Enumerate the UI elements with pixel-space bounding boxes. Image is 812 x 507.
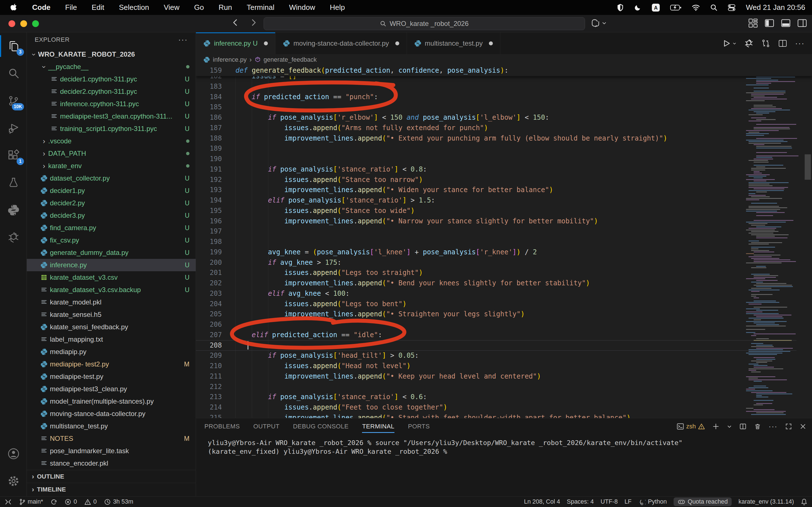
status-item-0[interactable]: 0	[84, 498, 97, 505]
extensions-view-button[interactable]: 1	[0, 142, 27, 169]
panel-tab-ports[interactable]: PORTS	[408, 418, 430, 435]
code-line-203[interactable]: 203 elif avg_knee < 100:	[196, 288, 812, 299]
menu-item-file[interactable]: File	[65, 3, 77, 12]
run-debug-view-button[interactable]	[0, 114, 27, 142]
status-item-3h-53m[interactable]: 3h 53m	[104, 498, 133, 505]
status-item-sync-icon[interactable]	[50, 499, 57, 505]
code-line-197[interactable]: 197	[196, 226, 812, 237]
menu-clock[interactable]: Wed 21 Jan 20:56	[746, 3, 805, 12]
tree-row-generate-dummy-data-py[interactable]: generate_dummy_data.pyU	[27, 246, 196, 259]
openai-codex-button[interactable]	[744, 39, 753, 48]
control-center-icon[interactable]	[728, 4, 735, 11]
apple-icon[interactable]	[10, 3, 17, 12]
code-line-192[interactable]: 192 issues.append("Stance too narrow")	[196, 175, 812, 185]
status-item-quota-reached[interactable]: Quota reached	[673, 497, 732, 506]
tree-row-moving-stance-data-collector-py[interactable]: moving-stance-data-collector.py	[27, 407, 196, 420]
chatgpt-view-button[interactable]	[0, 224, 27, 251]
panel-more-actions-icon[interactable]: ···	[769, 422, 777, 431]
compare-changes-icon[interactable]	[761, 39, 770, 48]
spotlight-search-icon[interactable]	[710, 4, 718, 11]
code-line-212[interactable]: 212	[196, 382, 812, 392]
code-line-191[interactable]: 191 if pose_analysis['stance_ratio'] < 0…	[196, 164, 812, 175]
menu-item-terminal[interactable]: Terminal	[247, 3, 274, 12]
menu-item-run[interactable]: Run	[218, 3, 232, 12]
tree-row-karate-env[interactable]: ›karate_env	[27, 160, 196, 172]
command-center-search[interactable]: WRO_karate _robot_2026	[264, 17, 585, 30]
code-line-209[interactable]: 209 if pose_analysis['head_tilt'] > 0.05…	[196, 350, 812, 361]
tree-row-decider1-py[interactable]: decider1.pyU	[27, 184, 196, 197]
tree-row-find-camera-py[interactable]: find_camera.pyU	[27, 222, 196, 234]
code-line-201[interactable]: 201 issues.append("Legs too straight")	[196, 268, 812, 278]
outline-section-header[interactable]: › OUTLINE	[27, 470, 196, 483]
menu-item-help[interactable]: Help	[330, 3, 345, 12]
tree-row-karate-dataset-v3-csv-backup[interactable]: karate_dataset_v3.csv.backupU	[27, 284, 196, 296]
do-not-disturb-moon-icon[interactable]	[634, 4, 642, 11]
terminal-output[interactable]: yliu3y@Ybros-Air WRO_karate _robot_2026 …	[208, 439, 682, 456]
code-line-198[interactable]: 198	[196, 237, 812, 247]
code-line-202[interactable]: 202 improvement_lines.append("• Bend you…	[196, 278, 812, 288]
maximize-panel-icon[interactable]	[785, 423, 792, 430]
copilot-menu-button[interactable]	[591, 19, 606, 27]
tree-row-decider3-py[interactable]: decider3.pyU	[27, 209, 196, 222]
customize-layout-icon[interactable]	[748, 18, 758, 28]
tree-row-multistance-test-py[interactable]: multistance_test.py	[27, 420, 196, 432]
code-line-205[interactable]: 205 improvement_lines.append("• Straight…	[196, 309, 812, 320]
explorer-more-actions-icon[interactable]: ···	[178, 35, 188, 44]
panel-tab-output[interactable]: OUTPUT	[253, 418, 280, 435]
code-line-186[interactable]: 186 if pose_analysis['r_elbow'] < 150 an…	[196, 112, 812, 123]
tree-row-mediapip-py[interactable]: mediapip.py	[27, 346, 196, 358]
code-line-200[interactable]: 200 if avg_knee > 175:	[196, 258, 812, 268]
code-line-185[interactable]: 185	[196, 102, 812, 112]
code-line-193[interactable]: 193 improvement_lines.append("• Widen yo…	[196, 185, 812, 195]
tree-row-fix-csv-py[interactable]: fix_csv.pyU	[27, 234, 196, 246]
toggle-panel-icon[interactable]	[781, 18, 791, 28]
more-actions-icon[interactable]: ···	[795, 39, 805, 48]
scrollbar-slider[interactable]	[805, 154, 811, 180]
code-editor[interactable]: 182 issues = []183184 if predicted_actio…	[196, 65, 812, 418]
back-button[interactable]	[231, 18, 240, 27]
tree-row-inference-py[interactable]: inference.pyU	[27, 259, 196, 271]
terminal-shell-badge[interactable]: zsh	[677, 423, 705, 430]
code-line-213[interactable]: 213 if pose_analysis['stance_ratio'] < 0…	[196, 392, 812, 402]
code-line-194[interactable]: 194 elif pose_analysis['stance_ratio'] >…	[196, 195, 812, 206]
wifi-icon[interactable]	[692, 4, 700, 11]
source-control-view-button[interactable]: 10K	[0, 87, 27, 114]
shield-icon[interactable]	[617, 4, 624, 11]
menu-item-view[interactable]: View	[164, 3, 180, 12]
tree-row-karate-dataset-v3-csv[interactable]: karate_dataset_v3.csvU	[27, 271, 196, 284]
tree-row-decider2-cpython-311-pyc[interactable]: decider2.cpython-311.pycU	[27, 86, 196, 98]
tree-row-inference-cpython-311-pyc[interactable]: inference.cpython-311.pycU	[27, 98, 196, 110]
terminal-dropdown-icon[interactable]	[727, 424, 732, 429]
dirty-indicator-dot[interactable]	[395, 41, 399, 45]
search-view-button[interactable]	[0, 60, 27, 87]
tree-row-karate-model-pkl[interactable]: karate_model.pkl	[27, 296, 196, 308]
tree-row-stance-encoder-pkl[interactable]: stance_encoder.pkl	[27, 457, 196, 469]
code-line-184[interactable]: 184 if predicted_action == "punch":	[196, 92, 812, 102]
tree-row-mediapipe-test2-py[interactable]: mediapipe- test2.pyM	[27, 358, 196, 371]
status-item-main-[interactable]: main*	[19, 498, 43, 505]
breadcrumb-symbol[interactable]: generate_feedback	[264, 56, 317, 63]
kill-terminal-icon[interactable]	[754, 423, 761, 430]
editor-tab-moving-stance-data-collector-py[interactable]: moving-stance-data-collector.py	[275, 33, 407, 54]
code-line-187[interactable]: 187 issues.append("Arms not fully extend…	[196, 123, 812, 133]
menu-item-window[interactable]: Window	[289, 3, 315, 12]
code-line-199[interactable]: 199 avg_knee = (pose_analysis['l_knee'] …	[196, 247, 812, 258]
editor-tab-inference-py[interactable]: inference.py U	[196, 33, 275, 54]
menu-item-code[interactable]: Code	[32, 3, 50, 12]
tree-row-model-trainer-multiple-stances-py[interactable]: model_trainer(multiple-stances).py	[27, 395, 196, 407]
minimize-window-button[interactable]	[20, 20, 27, 27]
code-line-206[interactable]: 206	[196, 320, 812, 330]
status-item-spaces-4[interactable]: Spaces: 4	[567, 498, 594, 505]
code-line-195[interactable]: 195 issues.append("Stance too wide")	[196, 206, 812, 216]
zoom-window-button[interactable]	[32, 20, 39, 27]
testing-view-button[interactable]	[0, 169, 27, 196]
panel-tab-terminal[interactable]: TERMINAL	[362, 418, 394, 435]
status-item-bell-icon[interactable]	[801, 498, 808, 506]
tree-row-mediapipe-test3-clean-py[interactable]: mediapipe-test3_clean.py	[27, 383, 196, 395]
tree-row-decider2-py[interactable]: decider2.pyU	[27, 197, 196, 209]
status-item-0[interactable]: 0	[64, 498, 77, 505]
tree-row-training-script1-cpython-311-pyc[interactable]: training_script1.cpython-311.pycU	[27, 122, 196, 135]
code-line-183[interactable]: 183	[196, 81, 812, 92]
run-python-file-button[interactable]	[722, 39, 737, 48]
code-line-196[interactable]: 196 improvement_lines.append("• Narrow y…	[196, 216, 812, 226]
